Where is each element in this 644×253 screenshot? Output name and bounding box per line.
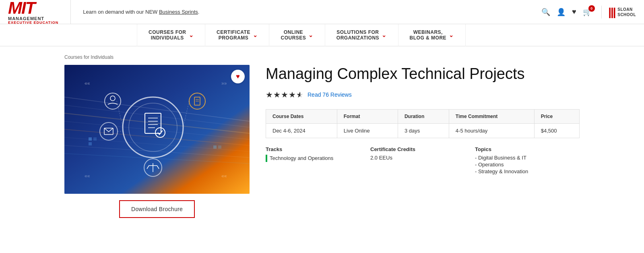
top-banner: MIT MANAGEMENT EXECUTIVE EDUCATION Learn… [0,0,644,24]
credits-block: Certificate Credits 2.0 EEUs [370,146,475,174]
course-title: Managing Complex Technical Projects [266,65,580,83]
extra-info: Tracks Technology and Operations Certifi… [266,146,580,174]
col-header-duration: Duration [398,109,449,123]
topic-3: - Strategy & Innovation [475,168,580,174]
left-panel: «« »» «« «« ♥ Download Brochure [64,65,250,218]
user-icon[interactable]: 👤 [557,8,566,17]
cart-icon[interactable]: 🛒 0 [583,8,592,17]
cell-dates: Dec 4-6, 2024 [266,123,337,138]
nav-solutions-organizations[interactable]: SOLUTIONS FORORGANIZATIONS ⌄ [325,24,398,46]
topic-1: - Digital Business & IT [475,155,580,161]
course-details-table: Course Dates Format Duration Time Commit… [266,109,580,138]
sloan-text: SLOAN SCHOOL [617,7,636,17]
topics-block: Topics - Digital Business & IT - Operati… [475,146,580,174]
svg-text:««: «« [221,173,227,179]
col-header-dates: Course Dates [266,109,337,123]
main-content: Courses for Individuals [0,46,644,226]
svg-rect-41 [213,145,217,149]
tracks-label: Tracks [266,146,370,152]
star-half: ★★ [296,90,303,100]
download-brochure-button[interactable]: Download Brochure [119,200,195,218]
track-bar-indicator [266,155,267,162]
right-panel: Managing Complex Technical Projects ★ ★ … [266,65,580,174]
search-icon[interactable]: 🔍 [541,8,550,17]
star-rating: ★ ★ ★ ★ ★★ [266,90,303,100]
credits-value: 2.0 EEUs [370,155,475,161]
reviews-link[interactable]: Read 76 Reviews [308,91,352,98]
sloan-icon-graphic: ||| [608,6,615,19]
rating-row: ★ ★ ★ ★ ★★ Read 76 Reviews [266,90,580,100]
svg-rect-42 [218,145,221,149]
topic-2: - Operations [475,162,580,168]
cell-format: Live Online [337,123,398,138]
wishlist-heart-btn[interactable]: ♥ [231,70,245,83]
svg-rect-39 [93,137,97,141]
star-3: ★ [281,90,288,100]
chevron-down-icon: ⌄ [308,32,314,38]
star-1: ★ [266,90,273,100]
chevron-down-icon: ⌄ [189,32,194,38]
exec-ed-label: EXECUTIVE EDUCATION [8,21,58,25]
col-header-time: Time Commitment [449,109,534,123]
track-item: Technology and Operations [266,155,370,162]
cell-duration: 3 days [398,123,449,138]
tracks-block: Tracks Technology and Operations [266,146,370,174]
nav-certificate-programs[interactable]: CERTIFICATEPROGRAMS ⌄ [205,24,269,46]
heart-icon[interactable]: ♥ [572,8,576,16]
svg-text:»»: »» [221,81,227,86]
management-label: MANAGEMENT [8,17,58,21]
track-value: Technology and Operations [270,155,333,161]
col-header-price: Price [534,109,579,123]
cell-price: $4,500 [534,123,579,138]
banner-left: MIT MANAGEMENT EXECUTIVE EDUCATION Learn… [8,0,199,24]
credits-label: Certificate Credits [370,146,475,152]
chevron-down-icon: ⌄ [382,32,387,38]
nav-webinars[interactable]: WEBINARS,BLOG & MORE ⌄ [398,24,466,46]
sloan-logo: ||| SLOAN SCHOOL [601,6,636,19]
svg-text:««: «« [85,81,90,86]
table-row: Dec 4-6, 2024 Live Online 3 days 4-5 hou… [266,123,580,138]
star-2: ★ [273,90,281,100]
cell-time: 4-5 hours/day [449,123,534,138]
svg-rect-40 [89,142,92,145]
banner-message: Learn on demand with our NEW Business Sp… [83,9,199,15]
chevron-down-icon: ⌄ [253,32,258,38]
cart-badge: 0 [588,5,595,12]
course-image: «« »» «« «« ♥ [64,65,250,194]
business-sprints-link[interactable]: Business Sprints [159,9,198,15]
nav-online-courses[interactable]: ONLINECOURSES ⌄ [269,24,325,46]
topics-list: - Digital Business & IT - Operations - S… [475,155,580,174]
mit-letters: MIT [8,0,58,17]
breadcrumb: Courses for Individuals [64,54,580,60]
main-nav: COURSES FORINDIVIDUALS ⌄ CERTIFICATEPROG… [0,24,644,46]
col-header-format: Format [337,109,398,123]
star-4: ★ [289,90,296,100]
nav-courses-individuals[interactable]: COURSES FORINDIVIDUALS ⌄ [137,24,205,46]
svg-text:««: «« [85,173,90,179]
svg-rect-38 [89,137,92,141]
banner-right: 🔍 👤 ♥ 🛒 0 ||| SLOAN SCHOOL [541,6,636,19]
chevron-down-icon: ⌄ [449,32,454,38]
mit-logo: MIT MANAGEMENT EXECUTIVE EDUCATION [8,0,71,24]
topics-label: Topics [475,146,580,152]
course-layout: «« »» «« «« ♥ Download Brochure Mana [64,65,580,218]
course-image-svg: «« »» «« «« [64,65,250,194]
